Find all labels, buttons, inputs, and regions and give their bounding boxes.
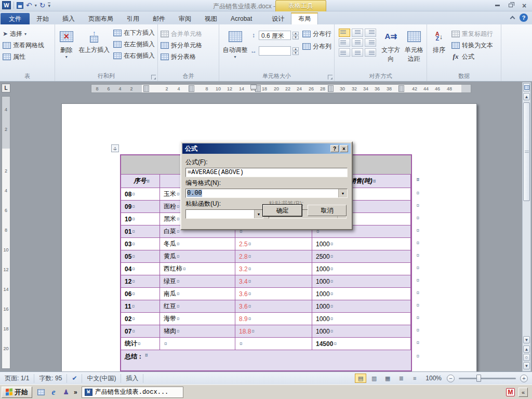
merge-cells-button[interactable]: 合并单元格 [159,28,204,39]
horizontal-ruler[interactable]: 8642248101214161820222426283032343638424… [91,84,471,93]
table-cell[interactable]: 08¤ [121,188,160,200]
scrollbar-thumb[interactable] [523,102,530,201]
table-cell[interactable]: 1000¤ [312,238,411,250]
collapse-ribbon-icon[interactable] [510,16,515,21]
table-row[interactable]: 11¤红豆¤3.6¤1000¤¤ [121,300,411,312]
close-button[interactable]: × [520,2,529,9]
tab-home[interactable]: 开始 [30,13,56,24]
table-cell[interactable]: 09¤ [121,201,160,212]
save-icon[interactable] [17,2,23,9]
task-button-word[interactable]: W 产品销售业绩表.docx... [82,387,183,398]
split-table-button[interactable]: 拆分表格 [159,51,204,62]
align-top-center-button[interactable] [352,29,363,37]
qat-more-icon[interactable]: ▾ [48,3,50,8]
dialog-launcher-icon[interactable] [328,75,332,79]
table-cell[interactable]: 2.5¤ [235,238,312,250]
table-row[interactable]: 06¤南瓜¤3.6¤1000¤¤ [121,287,411,300]
full-screen-reading-icon[interactable]: ▥ [368,374,380,383]
align-bottom-left-button[interactable] [339,48,350,57]
word-count[interactable]: 字数: 95 [34,374,67,383]
table-cell[interactable]: 03¤ [121,238,160,250]
view-gridlines-button[interactable]: 查看网格线 [1,39,46,51]
internet-explorer-icon[interactable]: e [49,388,58,397]
vertical-ruler[interactable]: 422468101214161820 [2,96,10,369]
ok-button[interactable]: 确定 [263,205,302,216]
table-row[interactable]: 05¤黄瓜¤2.8¤2500¤¤ [121,250,411,262]
column-marker[interactable] [189,85,194,92]
column-width-input[interactable] [259,46,291,56]
table-summary-row[interactable]: 总结：¤ ¤ [121,350,411,370]
undo-dropdown-icon[interactable]: ▾ [35,3,37,8]
split-cells-button[interactable]: 拆分单元格 [159,39,204,51]
autofit-button[interactable]: 自动调整 ▾ [220,26,250,73]
align-top-left-button[interactable] [339,29,350,37]
quick-launch-icon-1[interactable] [36,388,46,397]
dialog-close-icon[interactable]: × [340,145,348,152]
table-row[interactable]: 07¤猪肉¤18.8¤1000¤¤ [121,325,411,337]
table-cell[interactable]: 04¤ [121,263,160,275]
table-cell[interactable]: 11¤ [121,300,160,312]
tab-acrobat[interactable]: Acrobat [224,13,259,24]
select-browse-object-icon[interactable]: ○ [523,354,530,361]
convert-to-text-button[interactable]: 转换为文本 [450,39,495,51]
row-height-input[interactable]: 0.6 厘米 [259,31,291,40]
start-button[interactable]: 开始 [2,387,32,398]
formula-input[interactable]: =AVERAGE(ABOVE) [185,168,348,177]
table-cell[interactable]: 西红柿¤ [160,263,235,275]
table-cell[interactable]: 12¤ [121,275,160,287]
table-cell[interactable]: 猪肉¤ [160,325,235,337]
table-cell[interactable]: 2.8¤ [235,250,312,262]
header-cell[interactable]: 序号¤ [121,175,160,188]
input-method-icon[interactable]: M [506,388,515,396]
table-cell[interactable]: ¤ [160,338,235,350]
table-cell[interactable]: 海带¤ [160,313,235,325]
indent-marker[interactable] [250,85,257,89]
ruler-toggle-icon[interactable] [523,83,530,91]
tab-layout[interactable]: 布局 [291,12,318,24]
delete-button[interactable]: × 删除 ▾ [56,26,76,73]
align-center-left-button[interactable] [339,38,350,47]
quick-launch-overflow-icon[interactable]: » [74,389,77,396]
table-cell[interactable]: 南瓜¤ [160,288,235,300]
align-bottom-right-button[interactable] [365,48,376,57]
paste-function-combo[interactable]: ▼ [185,209,263,219]
text-direction-button[interactable]: A⇉ 文字方向 [379,26,403,73]
sort-button[interactable]: AZ↓ 排序 [428,26,450,73]
table-cell[interactable]: 3.6¤ [235,288,312,300]
distribute-columns-button[interactable]: 分布列 [301,42,333,51]
table-cell[interactable]: 黄瓜¤ [160,250,235,262]
align-top-right-button[interactable] [365,29,376,37]
table-cell[interactable]: 1000¤ [312,275,411,287]
table-row[interactable]: 统计¤¤¤14500¤¤ [121,337,411,350]
select-button[interactable]: ➤选择▾ [1,28,46,39]
table-cell[interactable]: 8.9¤ [235,313,312,325]
print-layout-view-icon[interactable]: ▤ [355,374,366,383]
vertical-scrollbar[interactable]: ▲ ▼ ▲ ○ ▼ [522,82,531,371]
dialog-launcher-icon[interactable] [151,75,156,79]
combo-arrow-icon[interactable]: ▼ [338,189,347,197]
insert-right-button[interactable]: 在右侧插入 [112,50,156,61]
number-format-combo[interactable]: 0.00 ▼ [185,189,348,198]
table-cell[interactable]: 3.2¤ [235,263,312,275]
column-marker[interactable] [143,85,149,92]
table-row[interactable]: 03¤冬瓜¤2.5¤1000¤¤ [121,237,411,250]
insert-mode-indicator[interactable]: 插入 [121,374,143,383]
minimize-button[interactable] [493,2,502,9]
tab-references[interactable]: 引用 [120,13,146,24]
distribute-rows-button[interactable]: 分布行 [301,29,333,38]
table-row[interactable]: 04¤西红柿¤3.2¤1000¤¤ [121,262,411,275]
table-cell[interactable]: 06¤ [121,288,160,300]
table-cell[interactable]: 07¤ [121,325,160,337]
dialog-title-bar[interactable]: 公式 ? × [182,143,351,154]
table-cell[interactable]: 02¤ [121,313,160,325]
properties-button[interactable]: 属性 [1,51,46,62]
help-icon[interactable]: ? [520,14,528,22]
dialog-help-icon[interactable]: ? [330,145,339,152]
quick-launch-icon-3[interactable]: ♟ [61,388,71,397]
insert-above-button[interactable]: ↑ 在上方插入 [76,26,112,73]
restore-button[interactable] [506,2,515,9]
table-cell[interactable]: 1000¤ [312,325,411,337]
repeat-header-rows-button[interactable]: 重复标题行 [450,28,495,39]
formula-button[interactable]: fx公式 [450,51,495,62]
row-height-spinner[interactable]: ▲▼ [292,32,299,39]
